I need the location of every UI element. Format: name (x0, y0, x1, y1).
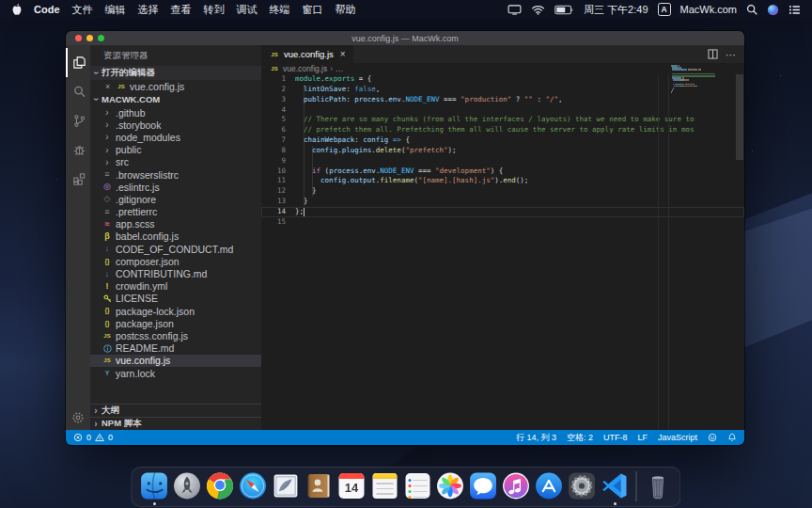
cursor-position[interactable]: 行 14, 列 3 (516, 432, 556, 444)
menu-item[interactable]: 查看 (171, 4, 192, 15)
open-editors-header[interactable]: › 打开的编辑器 (90, 66, 261, 80)
dock-notes-icon[interactable] (369, 470, 400, 501)
warnings-count[interactable]: 0 (108, 433, 113, 442)
menu-item[interactable]: 转到 (204, 4, 225, 15)
line-number[interactable]: 6 (261, 125, 286, 135)
tree-item-postcss.config.js[interactable]: JSpostcss.config.js (90, 329, 261, 341)
eol-sequence[interactable]: LF (637, 433, 648, 442)
tree-item-yarn.lock[interactable]: Yyarn.lock (90, 367, 261, 379)
window-titlebar[interactable]: vue.config.js — MacWk.com (66, 31, 744, 45)
code-line-14[interactable]: 14}; (261, 207, 744, 217)
editor-scrollbar[interactable] (736, 74, 743, 160)
close-tab-icon[interactable]: × (340, 49, 346, 59)
code-line-3[interactable]: 3 publicPath: process.env.NODE_ENV === "… (261, 95, 744, 105)
tab-vue-config-js[interactable]: JS vue.config.js × (261, 45, 353, 63)
code-line-6[interactable]: 6 // prefetch them all. Prefetching them… (261, 125, 744, 135)
code-editor[interactable]: 1module.exports = {2 lintOnSave: false,3… (261, 74, 744, 430)
wifi-icon[interactable] (531, 5, 545, 15)
line-number[interactable]: 14 (261, 207, 286, 217)
activity-extensions-icon[interactable] (66, 165, 90, 194)
line-number[interactable]: 12 (261, 186, 286, 197)
dock-appstore-icon[interactable] (534, 470, 565, 501)
menu-item[interactable]: 调试 (237, 4, 258, 15)
tree-item-vue.config.js[interactable]: JSvue.config.js (90, 355, 261, 367)
code-line-7[interactable]: 7 chainWebpack: config => { (261, 135, 744, 146)
line-number[interactable]: 1 (261, 74, 286, 85)
minimize-window-button[interactable] (86, 35, 93, 41)
close-editor-icon[interactable]: × (105, 82, 116, 91)
activity-source-control-icon[interactable] (66, 106, 90, 135)
zoom-window-button[interactable] (98, 35, 104, 41)
line-number[interactable]: 9 (261, 156, 286, 167)
dock-safari-icon[interactable] (238, 470, 269, 501)
code-line-10[interactable]: 10 if (process.env.NODE_ENV === "develop… (261, 167, 744, 177)
tree-item-.storybook[interactable]: ›.storybook (90, 119, 261, 131)
open-editor-vue.config.js[interactable]: ×JSvue.config.js (90, 80, 261, 92)
code-line-8[interactable]: 8 config.plugins.delete("prefetch"); (261, 146, 744, 156)
code-line-9[interactable]: 9 (261, 156, 744, 167)
menubar-clock[interactable]: 周三 下午2:49 (584, 3, 648, 17)
dock-messages-icon[interactable] (468, 470, 499, 501)
app-menu-title[interactable]: Code (34, 4, 60, 15)
tree-item-.eslintrc.js[interactable]: ◎.eslintrc.js (90, 181, 261, 193)
line-number[interactable]: 8 (261, 146, 286, 156)
tree-item-crowdin.yml[interactable]: !crowdin.yml (90, 280, 261, 293)
language-mode[interactable]: JavaScript (658, 433, 697, 442)
code-line-11[interactable]: 11 config.output.filename("[name].[hash]… (261, 176, 744, 186)
line-number[interactable]: 4 (261, 105, 286, 116)
tree-item-.github[interactable]: ›.github (90, 106, 261, 119)
code-line-13[interactable]: 13 } (261, 197, 744, 207)
errors-icon[interactable] (73, 433, 83, 442)
menu-item[interactable]: 终端 (270, 4, 290, 15)
display-icon[interactable] (508, 5, 522, 15)
dock-mail-icon[interactable] (271, 470, 302, 501)
tree-item-package-lock.json[interactable]: {}package-lock.json (90, 305, 261, 317)
activity-debug-icon[interactable] (66, 135, 90, 165)
tree-item-.gitignore[interactable]: ◇.gitignore (90, 193, 261, 205)
line-number[interactable]: 10 (261, 167, 286, 177)
feedback-smiley-icon[interactable] (708, 433, 717, 442)
tree-item-node_modules[interactable]: ›node_modules (90, 131, 261, 143)
split-editor-icon[interactable] (708, 49, 718, 59)
errors-count[interactable]: 0 (86, 433, 91, 442)
encoding[interactable]: UTF-8 (603, 433, 628, 442)
dock-chrome-icon[interactable] (205, 470, 236, 501)
line-number[interactable]: 13 (261, 197, 286, 207)
minimap[interactable] (671, 65, 724, 96)
breadcrumb-file[interactable]: vue.config.js (283, 64, 327, 73)
menubar-brand[interactable]: MacWk.com (680, 4, 738, 15)
settings-gear-icon[interactable] (66, 411, 90, 424)
more-actions-icon[interactable]: ⋯ (726, 52, 736, 57)
tree-item-README.md[interactable]: README.md (90, 342, 261, 355)
close-window-button[interactable] (75, 35, 82, 41)
dock-system-preferences-icon[interactable] (567, 470, 598, 501)
tree-item-src[interactable]: ›src (90, 156, 261, 168)
tree-item-public[interactable]: ›public (90, 144, 261, 156)
tree-item-composer.json[interactable]: {}composer.json (90, 255, 261, 267)
spotlight-search-icon[interactable] (746, 4, 757, 15)
apple-menu-icon[interactable] (11, 3, 23, 16)
breadcrumb-more[interactable]: … (336, 64, 344, 73)
line-number[interactable]: 5 (261, 115, 286, 125)
tree-item-CODE_OF_CONDUCT.md[interactable]: ↓CODE_OF_CONDUCT.md (90, 243, 261, 255)
tree-item-package.json[interactable]: {}package.json (90, 317, 261, 329)
siri-icon[interactable] (767, 4, 779, 16)
dock-vscode-icon[interactable] (600, 470, 631, 501)
warnings-icon[interactable] (95, 433, 104, 442)
line-number[interactable]: 7 (261, 135, 286, 146)
dock-itunes-icon[interactable] (501, 470, 532, 501)
code-line-4[interactable]: 4 (261, 105, 744, 116)
code-line-5[interactable]: 5 // There are so many chunks (from all … (261, 115, 744, 125)
dock-trash-icon[interactable] (643, 470, 674, 501)
menu-item[interactable]: 帮助 (336, 4, 356, 15)
tree-item-LICENSE[interactable]: LICENSE (90, 293, 261, 305)
menu-item[interactable]: 选择 (138, 4, 159, 15)
activity-explorer-icon[interactable] (66, 48, 90, 77)
code-line-15[interactable]: 15 (261, 217, 744, 228)
dock-calendar-icon[interactable]: 14 (336, 470, 367, 501)
line-number[interactable]: 3 (261, 95, 286, 105)
dock-contacts-icon[interactable] (304, 470, 335, 501)
tree-item-app.scss[interactable]: ≈app.scss (90, 218, 261, 230)
indentation[interactable]: 空格: 2 (567, 432, 593, 444)
tree-item-CONTRIBUTING.md[interactable]: ↓CONTRIBUTING.md (90, 267, 261, 279)
